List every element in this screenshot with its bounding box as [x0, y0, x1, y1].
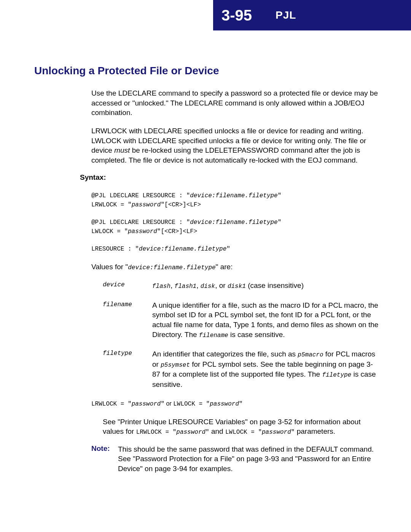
text: is case sensitive. [228, 331, 285, 339]
definition-term: device [103, 281, 152, 291]
lock-line: LRWLOCK = "password" or LWLOCK = "passwo… [91, 399, 381, 409]
code-placeholder: password [128, 228, 157, 235]
page-number-box: 3-95 [213, 0, 260, 30]
code-value: flash [152, 283, 170, 290]
code-placeholder: device:filename.filetype [190, 192, 277, 199]
definition-body: A unique identifier for a file, such as … [152, 300, 381, 340]
code-text: " [206, 429, 209, 436]
syntax-block-1: @PJL LDECLARE LRESOURCE : "device:filena… [91, 191, 381, 209]
definition-filetype: filetype An identifier that categorizes … [103, 349, 381, 389]
note-label: Note: [91, 444, 118, 474]
code-value: flash1 [175, 283, 197, 290]
code-value: disk [201, 283, 215, 290]
see-reference: See "Printer Unique LRESOURCE Variables"… [103, 417, 381, 437]
code-text: " [239, 401, 243, 407]
definition-term: filename [103, 300, 152, 340]
definition-term: filetype [103, 349, 152, 389]
definition-filename: filename A unique identifier for a file,… [103, 300, 381, 340]
code-value: p5symset [161, 362, 190, 369]
definition-device: device flash, flash1, disk, or disk1 (ca… [103, 281, 381, 291]
code-text: LWLOCK = " [225, 429, 262, 436]
text: and [209, 427, 225, 435]
code-text: " [291, 429, 295, 436]
text: be re-locked using the LDELETEPASSWORD c… [91, 146, 360, 164]
emphasis-must: must [114, 146, 130, 154]
code-text: @PJL LDECLARE LRESOURCE : " [91, 192, 190, 199]
text: " are: [216, 263, 233, 271]
definition-body: An identifier that categorizes the file,… [152, 349, 381, 389]
text: Values for " [91, 263, 128, 271]
note-block: Note: This should be the same password t… [91, 444, 381, 474]
code-text: LRWLOCK = " [136, 429, 177, 436]
section-title: Unlocking a Protected File or Device [34, 65, 381, 77]
syntax-block-3: LRESOURCE : "device:filename.filetype" [91, 244, 381, 254]
code-value: disk1 [228, 283, 246, 290]
code-text: LRWLOCK = " [91, 401, 132, 407]
code-placeholder: password [132, 201, 161, 208]
code-placeholder: device:filename.filetype [128, 264, 215, 271]
code-placeholder: password [262, 429, 291, 436]
page-content: Unlocking a Protected File or Device Use… [0, 30, 411, 497]
syntax-block-2: @PJL LDECLARE LRESOURCE : "device:filena… [91, 218, 381, 236]
code-text: LRESOURCE : " [91, 246, 139, 252]
syntax-heading: Syntax: [80, 173, 381, 182]
code-text: " [161, 401, 164, 407]
chapter-label: PJL [260, 0, 411, 30]
text: or [164, 400, 173, 407]
code-placeholder: filetype [322, 372, 351, 379]
code-placeholder: device:filename.filetype [190, 219, 277, 226]
text: , [196, 281, 201, 289]
code-placeholder: filename [199, 332, 228, 339]
text: , or [215, 281, 228, 289]
page-header: 3-95 PJL [213, 0, 411, 30]
code-value: p5macro [298, 351, 323, 358]
code-placeholder: password [132, 401, 161, 407]
text: An identifier that categorizes the file,… [152, 350, 298, 358]
code-placeholder: password [176, 429, 206, 436]
values-intro: Values for "device:filename.filetype" ar… [91, 262, 381, 272]
code-text: "[<CR>]<LF> [157, 228, 198, 235]
code-text: " [226, 246, 230, 252]
text: , [170, 281, 175, 289]
code-placeholder: device:filename.filetype [139, 246, 226, 252]
code-placeholder: password [210, 401, 239, 407]
intro-paragraph-1: Use the LDECLARE command to specify a pa… [91, 88, 381, 118]
text: (case insensitive) [246, 281, 304, 289]
intro-paragraph-2: LRWLOCK with LDECLARE specified unlocks … [91, 126, 381, 165]
note-body: This should be the same password that wa… [118, 444, 381, 474]
code-text: @PJL LDECLARE LRESOURCE : " [91, 219, 190, 226]
code-text: LWLOCK = " [173, 401, 210, 407]
code-text: "[<CR>]<LF> [161, 201, 201, 208]
text: parameters. [295, 427, 335, 435]
definition-body: flash, flash1, disk, or disk1 (case inse… [152, 281, 304, 291]
definition-list: device flash, flash1, disk, or disk1 (ca… [103, 281, 381, 390]
